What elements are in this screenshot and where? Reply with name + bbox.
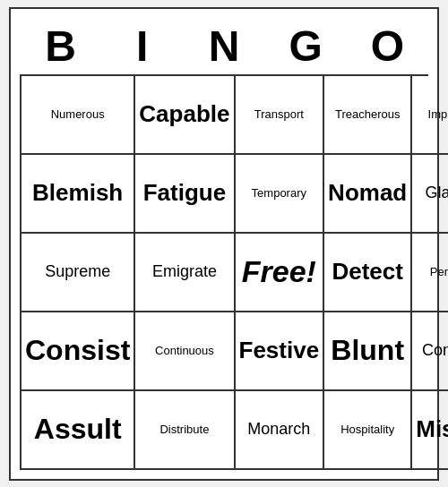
- bingo-cell: Free!: [236, 234, 325, 312]
- bingo-cell: Hospitality: [324, 391, 412, 470]
- bingo-cell: Emigrate: [135, 234, 235, 312]
- bingo-cell: Capable: [135, 76, 235, 155]
- cell-text: Nomad: [328, 179, 407, 207]
- header-letter: O: [347, 18, 428, 74]
- cell-text: Transport: [254, 107, 304, 121]
- cell-text: Temporary: [252, 186, 306, 200]
- cell-text: Emigrate: [152, 262, 217, 281]
- cell-text: Mishap: [416, 415, 448, 443]
- bingo-cell: Supreme: [22, 234, 135, 312]
- cell-text: Blunt: [331, 334, 404, 367]
- header-letter: B: [20, 18, 101, 74]
- bingo-cell: Transport: [236, 76, 325, 155]
- cell-text: Assult: [34, 413, 122, 446]
- cell-text: Numerous: [51, 107, 105, 121]
- bingo-cell: Continuous: [135, 312, 235, 391]
- cell-text: Persecute: [430, 265, 448, 278]
- cell-text: Treacherous: [335, 107, 401, 121]
- cell-text: Consist: [25, 334, 130, 367]
- bingo-cell: Monarch: [236, 391, 325, 470]
- cell-text: Detect: [332, 258, 402, 286]
- header-letter: I: [101, 18, 183, 74]
- bingo-cell: Treacherous: [324, 76, 412, 155]
- cell-text: Capable: [139, 100, 229, 128]
- cell-text: Free!: [242, 254, 316, 289]
- bingo-cell: Glamour: [412, 155, 448, 234]
- bingo-cell: Assult: [22, 391, 135, 470]
- cell-text: Festive: [239, 337, 320, 364]
- bingo-cell: Festive: [236, 312, 325, 391]
- header-letter: N: [183, 18, 264, 74]
- bingo-cell: Numerous: [22, 76, 135, 155]
- bingo-cell: Impressive: [412, 76, 448, 155]
- cell-text: Blemish: [32, 179, 123, 207]
- cell-text: Monarch: [247, 420, 310, 439]
- bingo-cell: Temporary: [236, 155, 325, 234]
- bingo-cell: Distribute: [135, 391, 235, 470]
- cell-text: Impressive: [428, 107, 448, 121]
- bingo-cell: Nomad: [324, 155, 412, 234]
- bingo-cell: Mishap: [412, 391, 448, 470]
- cell-text: Fatigue: [143, 179, 226, 207]
- bingo-cell: Fatigue: [135, 155, 235, 234]
- bingo-cell: Persecute: [412, 234, 448, 312]
- bingo-card: BINGO NumerousCapableTransportTreacherou…: [9, 7, 439, 481]
- bingo-cell: Detect: [324, 234, 412, 312]
- bingo-cell: Blunt: [324, 312, 412, 391]
- bingo-grid: NumerousCapableTransportTreacherousImpre…: [20, 74, 428, 470]
- bingo-cell: Blemish: [22, 155, 135, 234]
- bingo-header: BINGO: [20, 18, 428, 74]
- cell-text: Continuous: [155, 344, 214, 357]
- bingo-cell: Consist: [22, 312, 135, 391]
- cell-text: Distribute: [159, 423, 209, 436]
- bingo-cell: Conclude: [412, 312, 448, 391]
- cell-text: Glamour: [426, 184, 449, 202]
- header-letter: G: [265, 18, 347, 74]
- cell-text: Supreme: [45, 262, 110, 281]
- cell-text: Hospitality: [340, 423, 394, 436]
- cell-text: Conclude: [422, 341, 448, 360]
